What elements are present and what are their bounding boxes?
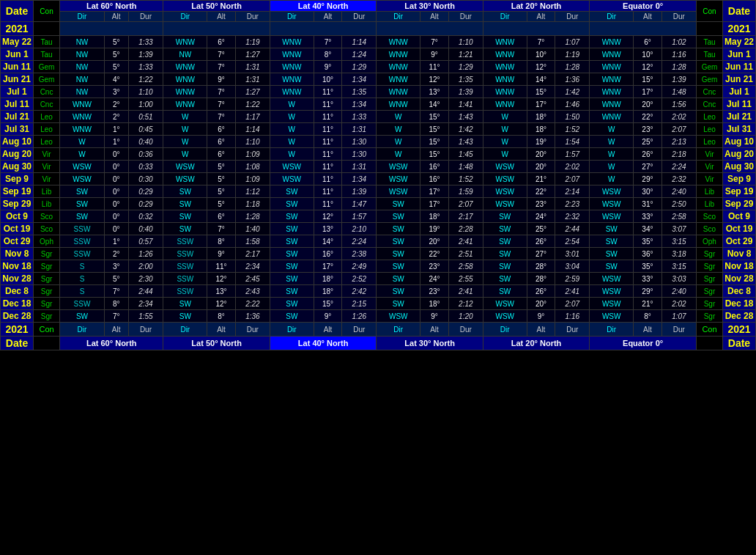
con-cell: Gem — [34, 73, 60, 86]
dur-cell: 2:44 — [555, 223, 590, 235]
dir-cell: W — [163, 111, 207, 123]
dur-cell: 0:32 — [128, 210, 163, 223]
alt-cell: 22° — [634, 111, 662, 123]
footer-l30-dur: Dur — [448, 323, 483, 337]
con-cell: Leo — [34, 136, 60, 148]
dur-cell: 1:12 — [235, 185, 270, 198]
dir-cell: SW — [483, 210, 527, 223]
dir-cell: WNW — [377, 36, 420, 48]
dir-cell: WSW — [483, 310, 527, 323]
dur-cell: 3:15 — [662, 260, 696, 273]
alt-cell: 24° — [420, 273, 449, 285]
alt-cell: 9° — [207, 248, 236, 260]
dir-cell: SW — [163, 185, 207, 198]
dir-cell: WNW — [270, 86, 314, 98]
con-cell-right: Oph — [696, 235, 722, 248]
date-cell-right: Jun 11 — [722, 61, 755, 73]
dur-cell: 2:28 — [448, 223, 483, 235]
dir-cell: NW — [60, 48, 105, 61]
dur-cell: 2:02 — [662, 298, 696, 310]
con-cell: Leo — [34, 123, 60, 136]
dur-cell: 0:40 — [128, 223, 163, 235]
alt-cell: 12° — [207, 273, 236, 285]
alt-cell: 22° — [527, 185, 555, 198]
dur-cell: 3:01 — [555, 248, 590, 260]
dur-cell: 1:33 — [128, 36, 163, 48]
footer-l60-alt: Alt — [104, 323, 128, 337]
dir-cell: WNW — [270, 48, 314, 61]
year-right: 2021 — [722, 22, 755, 36]
dir-cell: WSW — [483, 298, 527, 310]
alt-cell: 23° — [527, 198, 555, 210]
header-lat30: Lat 30° North — [377, 1, 483, 12]
dur-cell: 2:49 — [342, 260, 377, 273]
alt-cell: 28° — [527, 260, 555, 273]
dur-cell: 2:55 — [448, 273, 483, 285]
dur-cell: 1:36 — [555, 73, 590, 86]
dir-cell: WNW — [483, 36, 527, 48]
date-cell: Sep 19 — [1, 185, 34, 198]
footer-year-left: 2021 — [1, 323, 34, 337]
dir-cell: SW — [483, 235, 527, 248]
dur-cell: 1:33 — [128, 61, 163, 73]
year-left: 2021 — [1, 22, 34, 36]
alt-cell: 17° — [420, 198, 449, 210]
dir-cell: WNW — [590, 98, 634, 111]
date-cell-right: May 22 — [722, 36, 755, 48]
dur-cell: 1:40 — [235, 223, 270, 235]
dir-cell: WSW — [270, 161, 314, 173]
dur-cell: 1:16 — [662, 48, 696, 61]
dir-cell: SW — [377, 298, 420, 310]
footer-l30-dir: Dir — [377, 323, 420, 337]
footer-eq-dir: Dir — [590, 323, 634, 337]
dir-cell: SSW — [163, 235, 207, 248]
alt-cell: 10° — [314, 73, 342, 86]
dir-cell: WSW — [590, 185, 634, 198]
dir-cell: S — [60, 273, 105, 285]
dir-cell: SW — [163, 198, 207, 210]
con-cell: Sgr — [34, 310, 60, 323]
dur-cell: 2:07 — [662, 123, 696, 136]
dir-cell: SW — [270, 198, 314, 210]
alt-cell: 25° — [634, 136, 662, 148]
con-cell-right: Gem — [696, 61, 722, 73]
con-cell-right: Tau — [696, 36, 722, 48]
dir-cell: WSW — [377, 185, 420, 198]
alt-cell: 6° — [634, 36, 662, 48]
dir-cell: NW — [60, 86, 105, 98]
dur-cell: 1:59 — [448, 185, 483, 198]
footer-con-right2 — [696, 337, 722, 350]
date-cell-right: Nov 18 — [722, 260, 755, 273]
dir-cell: W — [270, 123, 314, 136]
alt-cell: 0° — [104, 223, 128, 235]
dir-cell: W — [483, 123, 527, 136]
dur-cell: 2:17 — [235, 248, 270, 260]
alt-cell: 18° — [527, 123, 555, 136]
dur-cell: 1:02 — [662, 36, 696, 48]
footer-date-left: Date — [1, 337, 34, 350]
con-cell-right: Vir — [696, 161, 722, 173]
table-row: Oct 19 Sco SSW 0° 0:40 SW 7° 1:40 SW 13°… — [1, 223, 756, 235]
con-cell-right: Vir — [696, 148, 722, 161]
header-lat50: Lat 50° North — [163, 1, 270, 12]
dir-cell: W — [270, 148, 314, 161]
dur-cell: 1:28 — [662, 61, 696, 73]
dur-cell: 1:20 — [448, 310, 483, 323]
eq-dur-header: Dur — [662, 12, 696, 22]
dur-cell: 2:30 — [128, 273, 163, 285]
dur-cell: 2:40 — [662, 285, 696, 298]
dir-cell: SW — [377, 273, 420, 285]
table-row: Sep 9 Vir WSW 0° 0:30 WSW 5° 1:09 WSW 11… — [1, 173, 756, 185]
dur-cell: 1:47 — [342, 198, 377, 210]
date-cell-right: Dec 28 — [722, 310, 755, 323]
dir-cell: SW — [60, 185, 105, 198]
date-cell: Dec 8 — [1, 285, 34, 298]
dur-cell: 2:13 — [662, 136, 696, 148]
dir-cell: WNW — [60, 98, 105, 111]
date-cell: Nov 18 — [1, 260, 34, 273]
dir-cell: WNW — [270, 61, 314, 73]
alt-cell: 15° — [634, 73, 662, 86]
l40-dur-header: Dur — [342, 12, 377, 22]
dur-cell: 1:29 — [448, 61, 483, 73]
alt-cell: 23° — [420, 285, 449, 298]
